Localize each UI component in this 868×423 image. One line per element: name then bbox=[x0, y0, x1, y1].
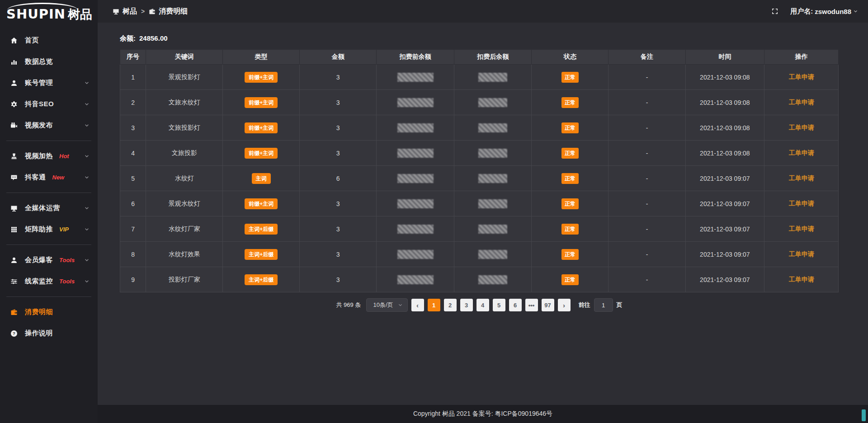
masked-balance-before bbox=[397, 275, 434, 284]
cell-keyword: 水纹灯效果 bbox=[146, 242, 223, 267]
work-order-link[interactable]: 工单申请 bbox=[789, 174, 814, 182]
sidebar-item-label: 视频发布 bbox=[25, 121, 53, 130]
page-button-2[interactable]: 2 bbox=[444, 299, 457, 311]
work-order-link[interactable]: 工单申请 bbox=[789, 124, 814, 131]
sidebar-item-douketong[interactable]: 抖客通New bbox=[0, 167, 98, 188]
breadcrumb-item[interactable]: 消费明细 bbox=[149, 7, 188, 16]
cell-remark: - bbox=[609, 216, 685, 242]
goto-page-input[interactable] bbox=[594, 298, 613, 312]
chevron-down-icon bbox=[84, 102, 90, 107]
cell-remark: - bbox=[609, 166, 685, 191]
table-row: 1景观投影灯前缀+主词3正常-2021-12-03 09:08工单申请 bbox=[120, 65, 839, 90]
sidebar-item-member-burst[interactable]: 会员爆客Tools bbox=[0, 249, 98, 271]
cell-status: 正常 bbox=[532, 90, 609, 115]
cell-no: 8 bbox=[120, 242, 146, 267]
cell-balance-after bbox=[454, 141, 532, 166]
page-size-select[interactable]: 10条/页 bbox=[366, 298, 407, 312]
page-button-6[interactable]: 6 bbox=[509, 299, 522, 311]
pagination-total: 共 969 条 bbox=[336, 301, 361, 309]
cell-balance-before bbox=[377, 65, 454, 90]
balance-label: 余额: bbox=[120, 34, 136, 42]
chevron-down-icon bbox=[84, 227, 90, 232]
column-header: 序号 bbox=[120, 50, 146, 65]
work-order-link[interactable]: 工单申请 bbox=[789, 276, 814, 283]
app-logo[interactable]: SHUPIN树品 bbox=[0, 0, 98, 26]
cell-status: 正常 bbox=[532, 166, 609, 191]
sidebar-item-consume-detail[interactable]: 消费明细 bbox=[0, 301, 98, 323]
sidebar-item-douyin-seo[interactable]: 抖音SEO bbox=[0, 94, 98, 115]
sidebar-item-video-heat[interactable]: 视频加热Hot bbox=[0, 146, 98, 167]
work-order-link[interactable]: 工单申请 bbox=[789, 200, 814, 207]
table-row: 4文旅投影前缀+主词3正常-2021-12-03 09:08工单申请 bbox=[120, 141, 839, 166]
table-row: 9投影灯厂家主词+后缀3正常-2021-12-03 09:07工单申请 bbox=[120, 267, 839, 292]
wallet-icon bbox=[10, 309, 18, 316]
column-header: 扣费后余额 bbox=[454, 50, 532, 65]
cell-remark: - bbox=[609, 191, 685, 216]
cell-no: 1 bbox=[120, 65, 146, 90]
pagination-prev-button[interactable]: ‹ bbox=[411, 299, 424, 311]
chevron-down-icon bbox=[84, 279, 90, 284]
breadcrumb-item[interactable]: 树品 bbox=[113, 7, 137, 16]
table-row: 2文旅水纹灯前缀+主词3正常-2021-12-03 09:08工单申请 bbox=[120, 90, 839, 115]
consumption-table: 序号关键词类型金额扣费前余额扣费后余额状态备注时间操作 1景观投影灯前缀+主词3… bbox=[120, 49, 839, 292]
sidebar-item-label: 抖客通 bbox=[25, 173, 46, 182]
cell-balance-before bbox=[377, 267, 454, 292]
type-badge: 前缀+主词 bbox=[245, 97, 278, 108]
cell-remark: - bbox=[609, 141, 685, 166]
chevron-down-icon bbox=[84, 175, 90, 180]
monitor-icon bbox=[10, 205, 18, 212]
sidebar-item-data-overview[interactable]: 数据总览 bbox=[0, 51, 98, 72]
cell-amount: 3 bbox=[300, 115, 377, 141]
pagination-next-button[interactable]: › bbox=[558, 299, 571, 311]
side-widget[interactable] bbox=[862, 409, 866, 421]
sidebar-item-lead-monitor[interactable]: 线索监控Tools bbox=[0, 271, 98, 292]
logo-arc-decoration bbox=[7, 3, 78, 10]
cell-amount: 3 bbox=[300, 216, 377, 242]
sidebar-item-matrix-boost[interactable]: 矩阵助推VIP bbox=[0, 219, 98, 240]
sidebar-item-badge: VIP bbox=[59, 226, 69, 233]
page-button-1[interactable]: 1 bbox=[428, 299, 440, 311]
sidebar-item-operation-guide[interactable]: ?操作说明 bbox=[0, 323, 98, 344]
cell-balance-after bbox=[454, 242, 532, 267]
cell-no: 9 bbox=[120, 267, 146, 292]
page-button-3[interactable]: 3 bbox=[460, 299, 473, 311]
top-header: 树品>消费明细 用户名: zswodun88 bbox=[98, 0, 868, 23]
sidebar-item-label: 全媒体运营 bbox=[25, 204, 60, 212]
cell-amount: 3 bbox=[300, 65, 377, 90]
pagination-ellipsis[interactable]: ••• bbox=[525, 299, 538, 311]
work-order-link[interactable]: 工单申请 bbox=[789, 149, 814, 156]
sidebar-item-account-manage[interactable]: 账号管理 bbox=[0, 72, 98, 94]
cell-type: 主词+后缀 bbox=[223, 267, 300, 292]
sidebar-divider bbox=[6, 244, 91, 245]
sidebar-item-all-media[interactable]: 全媒体运营 bbox=[0, 197, 98, 219]
page-footer: Copyright 树品 2021 备案号: 粤ICP备09019646号 bbox=[98, 405, 868, 423]
work-order-link[interactable]: 工单申请 bbox=[789, 225, 814, 232]
cell-no: 3 bbox=[120, 115, 146, 141]
type-badge: 主词+后缀 bbox=[245, 224, 278, 235]
cell-time: 2021-12-03 09:07 bbox=[685, 191, 764, 216]
page-button-5[interactable]: 5 bbox=[493, 299, 505, 311]
type-badge: 主词+后缀 bbox=[245, 249, 278, 260]
work-order-link[interactable]: 工单申请 bbox=[789, 99, 814, 106]
masked-balance-before bbox=[397, 149, 434, 158]
monitor-icon bbox=[113, 8, 119, 15]
type-badge: 前缀+主词 bbox=[245, 198, 278, 209]
page-button-97[interactable]: 97 bbox=[542, 299, 554, 311]
page-button-4[interactable]: 4 bbox=[476, 299, 489, 311]
work-order-link[interactable]: 工单申请 bbox=[789, 73, 814, 80]
cell-balance-before bbox=[377, 216, 454, 242]
column-header: 金额 bbox=[300, 50, 377, 65]
sidebar-item-badge: Hot bbox=[59, 153, 69, 160]
work-order-link[interactable]: 工单申请 bbox=[789, 250, 814, 258]
cell-status: 正常 bbox=[532, 267, 609, 292]
user-menu[interactable]: 用户名: zswodun88 bbox=[790, 7, 858, 16]
username-value: zswodun88 bbox=[815, 8, 851, 15]
sidebar-item-home[interactable]: 首页 bbox=[0, 30, 98, 51]
fullscreen-icon[interactable] bbox=[771, 8, 778, 15]
cell-action: 工单申请 bbox=[764, 141, 839, 166]
table-row: 5水纹灯主词6正常-2021-12-03 09:07工单申请 bbox=[120, 166, 839, 191]
sidebar-item-video-publish[interactable]: 视频发布 bbox=[0, 115, 98, 136]
cell-keyword: 景观投影灯 bbox=[146, 65, 223, 90]
cell-action: 工单申请 bbox=[764, 115, 839, 141]
home-icon bbox=[10, 37, 18, 44]
